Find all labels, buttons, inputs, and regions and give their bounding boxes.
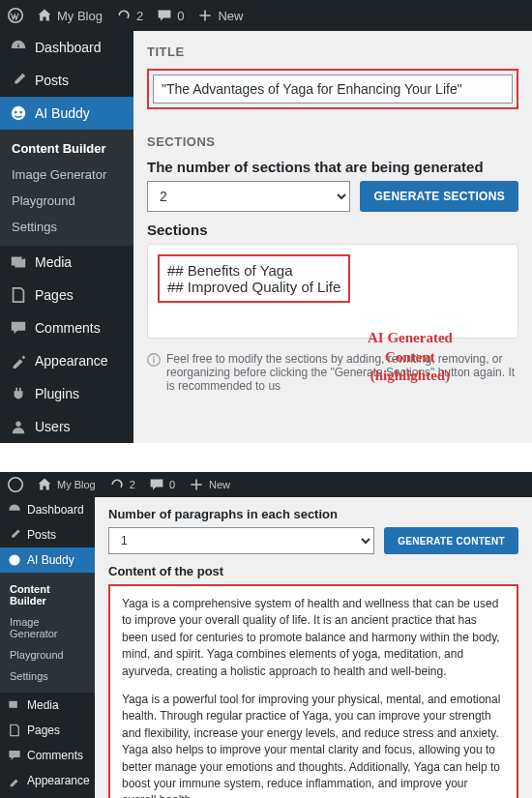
helper-text: Feel free to modify the sections by addi… xyxy=(147,352,518,393)
submenu-image-generator[interactable]: Image Generator xyxy=(0,162,133,188)
sidebar-item-comments[interactable]: Comments xyxy=(0,311,133,344)
screenshot-top: My Blog 2 0 New Dashboard Posts AI Buddy… xyxy=(0,0,532,443)
svg-point-9 xyxy=(9,554,19,565)
annotation-line3: (highlighted) xyxy=(368,367,453,386)
title-heading: TITLE xyxy=(147,44,518,59)
site-name-2[interactable]: My Blog xyxy=(37,477,96,492)
appearance-label: Appearance xyxy=(35,353,108,369)
content-p1: Yaga is a comprehensive system of health… xyxy=(122,596,505,680)
sidebar-item-posts[interactable]: Posts xyxy=(0,64,133,97)
submenu-content-builder-2[interactable]: Content Builder xyxy=(0,578,95,611)
updates-count: 2 xyxy=(136,9,143,23)
num-sections-select[interactable]: 2 xyxy=(147,181,350,212)
sidebar-item-posts-2[interactable]: Posts xyxy=(0,522,95,547)
sidebar-item-plugins-2[interactable]: Plugins xyxy=(0,793,95,798)
users-label: Users xyxy=(35,419,71,434)
submenu-settings[interactable]: Settings xyxy=(0,214,133,240)
num-para-label: Number of paragraphs in each section xyxy=(108,507,518,521)
ai-buddy-submenu-2: Content Builder Image Generator Playgrou… xyxy=(0,573,95,693)
content-area-bottom: Number of paragraphs in each section 1 G… xyxy=(95,497,532,798)
sidebar-item-comments-2[interactable]: Comments xyxy=(0,743,95,768)
posts-label: Posts xyxy=(35,73,69,88)
wp-logo[interactable] xyxy=(8,8,23,23)
generate-content-button[interactable]: GENERATE CONTENT xyxy=(384,527,518,554)
sidebar-item-plugins[interactable]: Plugins xyxy=(0,377,133,410)
comments-bar-2[interactable]: 0 xyxy=(149,477,175,492)
content-area-top: TITLE SECTIONS The number of sections th… xyxy=(133,31,532,443)
content-p2: Yaga is a powerful tool for improving yo… xyxy=(122,692,505,798)
svg-point-1 xyxy=(12,106,25,120)
comments-label: Comments xyxy=(35,320,101,336)
new-content-2[interactable]: New xyxy=(189,477,230,492)
annotation-ai-generated: AI Generated Content (highlighted) xyxy=(368,329,453,386)
sidebar-item-pages-2[interactable]: Pages xyxy=(0,718,95,743)
site-name[interactable]: My Blog xyxy=(37,8,103,23)
submenu-image-generator-2[interactable]: Image Generator xyxy=(0,611,95,644)
screenshot-bottom: My Blog 2 0 New Dashboard Posts AI Buddy… xyxy=(0,472,532,798)
title-highlight xyxy=(147,69,518,109)
sections-textarea[interactable]: ## Benefits of Yaga ## Improved Quality … xyxy=(158,254,350,303)
admin-bar-2: My Blog 2 0 New xyxy=(0,472,532,497)
admin-bar: My Blog 2 0 New xyxy=(0,0,532,31)
sidebar-item-users[interactable]: Users xyxy=(0,410,133,443)
sidebar-item-pages[interactable]: Pages xyxy=(0,279,133,311)
sections-heading: SECTIONS xyxy=(147,134,518,149)
sidebar-item-dashboard[interactable]: Dashboard xyxy=(0,31,133,64)
submenu-content-builder[interactable]: Content Builder xyxy=(0,135,133,162)
site-name-text: My Blog xyxy=(57,9,103,23)
new-content[interactable]: New xyxy=(197,8,243,23)
sections-box: ## Benefits of Yaga ## Improved Quality … xyxy=(147,244,518,339)
svg-point-8 xyxy=(9,478,22,491)
sidebar-item-ai-buddy-2[interactable]: AI Buddy xyxy=(0,547,95,573)
media-label: Media xyxy=(35,254,72,270)
new-label: New xyxy=(218,9,243,23)
section-line-1: ## Benefits of Yaga xyxy=(167,262,340,279)
admin-sidebar-2: Dashboard Posts AI Buddy Content Builder… xyxy=(0,497,95,798)
submenu-playground[interactable]: Playground xyxy=(0,188,133,214)
section-line-2: ## Improved Quality of Life xyxy=(167,279,340,295)
svg-rect-7 xyxy=(153,359,154,364)
num-sections-label: The number of sections that are being ge… xyxy=(147,159,518,175)
comments-bar[interactable]: 0 xyxy=(157,8,184,23)
info-icon xyxy=(147,353,161,367)
ai-buddy-label: AI Buddy xyxy=(35,105,90,121)
svg-point-3 xyxy=(19,111,22,114)
content-label: Content of the post xyxy=(108,564,518,578)
updates[interactable]: 2 xyxy=(116,8,143,23)
plugins-label: Plugins xyxy=(35,386,79,401)
sections-label: Sections xyxy=(147,222,518,238)
svg-point-2 xyxy=(15,111,17,114)
submenu-settings-2[interactable]: Settings xyxy=(0,665,95,687)
dashboard-label: Dashboard xyxy=(35,40,102,55)
submenu-playground-2[interactable]: Playground xyxy=(0,644,95,665)
pages-label: Pages xyxy=(35,287,74,303)
svg-point-6 xyxy=(153,356,155,358)
admin-sidebar: Dashboard Posts AI Buddy Content Builder… xyxy=(0,31,133,443)
annotation-line1: AI Generated xyxy=(368,329,453,348)
svg-point-4 xyxy=(15,422,20,427)
annotation-line2: Content xyxy=(368,348,453,368)
title-input[interactable] xyxy=(153,74,513,103)
ai-buddy-submenu: Content Builder Image Generator Playgrou… xyxy=(0,130,133,246)
helper-text-content: Feel free to modify the sections by addi… xyxy=(166,352,518,393)
comments-count: 0 xyxy=(177,9,184,23)
sidebar-item-dashboard-2[interactable]: Dashboard xyxy=(0,497,95,522)
wp-logo-2[interactable] xyxy=(8,477,23,492)
sidebar-item-appearance-2[interactable]: Appearance xyxy=(0,768,95,793)
generate-sections-button[interactable]: GENERATE SECTIONS xyxy=(360,181,518,212)
updates-2[interactable]: 2 xyxy=(109,477,135,492)
sidebar-item-media-2[interactable]: Media xyxy=(0,693,95,718)
num-para-select[interactable]: 1 xyxy=(108,527,374,554)
sidebar-item-appearance[interactable]: Appearance xyxy=(0,344,133,377)
post-content-box[interactable]: Yaga is a comprehensive system of health… xyxy=(108,584,518,798)
sidebar-item-media[interactable]: Media xyxy=(0,246,133,279)
sidebar-item-ai-buddy[interactable]: AI Buddy xyxy=(0,97,133,130)
